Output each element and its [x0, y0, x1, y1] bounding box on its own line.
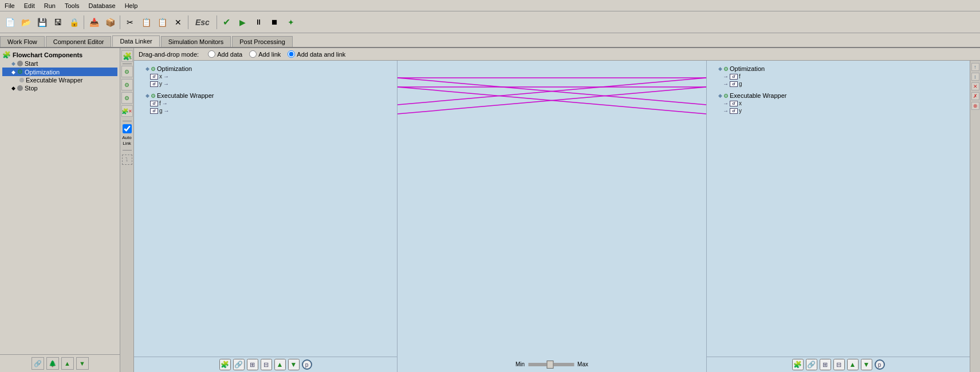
- right-strip: ↑ ↕ ✕ ✗ ⊗: [970, 61, 980, 372]
- export-button[interactable]: 📦: [103, 15, 117, 30]
- menu-file[interactable]: File: [0, 1, 19, 10]
- sidebar-item-optimization[interactable]: ◆ ⚙ Optimization: [2, 68, 117, 76]
- slider-thumb[interactable]: [546, 361, 553, 369]
- autolink-checkbox[interactable]: [123, 124, 132, 133]
- cut-button[interactable]: ✂: [123, 15, 137, 30]
- max-label: Max: [577, 361, 588, 367]
- check-button[interactable]: ✔: [219, 15, 234, 30]
- port-rg-name: g: [739, 81, 742, 87]
- tab-simulation-monitors[interactable]: Simulation Monitors: [161, 36, 231, 47]
- port-icon-f: d: [150, 101, 158, 106]
- radio-group: Add data Add link Add data and link: [208, 50, 345, 58]
- stop-dot: [17, 85, 23, 91]
- link-btn[interactable]: 🔗: [32, 357, 44, 370]
- tree-btn[interactable]: 🌲: [46, 357, 59, 370]
- right-down-btn[interactable]: ▼: [861, 359, 872, 370]
- tab-workflow[interactable]: Work Flow: [0, 36, 45, 47]
- up-btn[interactable]: ▲: [61, 357, 74, 370]
- left-down-btn[interactable]: ▼: [288, 359, 300, 370]
- lock-button[interactable]: 🔒: [66, 15, 81, 30]
- radio-add-data-input[interactable]: [208, 50, 215, 58]
- left-collapse-btn[interactable]: ⊟: [261, 359, 272, 370]
- new-button[interactable]: 📄: [2, 15, 17, 30]
- save-button[interactable]: 💾: [34, 15, 49, 30]
- datalinker-area: Drag-and-drop mode: Add data Add link Ad…: [134, 48, 980, 372]
- strip-add-btn[interactable]: 🧩 +: [121, 50, 133, 62]
- radio-add-data-label: Add data: [217, 51, 242, 58]
- menubar: File Edit Run Tools Database Help: [0, 0, 980, 11]
- left-expand-btn[interactable]: ⊞: [247, 359, 258, 370]
- left-opt-block: ◆ ⚙ Optimization d x → d y →: [145, 65, 192, 88]
- down-btn[interactable]: ▼: [76, 357, 89, 370]
- slider-track[interactable]: [528, 363, 574, 366]
- radio-add-link-input[interactable]: [249, 50, 257, 58]
- strip-btn4[interactable]: ⚙: [121, 92, 133, 104]
- right-up-btn[interactable]: ▲: [847, 359, 859, 370]
- right-port-f: → d f: [718, 73, 765, 80]
- tab-component-editor[interactable]: Component Editor: [46, 36, 112, 47]
- import-button[interactable]: 📥: [86, 15, 101, 30]
- exec-dot: [19, 78, 24, 82]
- saveas-button[interactable]: 🖫: [50, 15, 65, 30]
- left-opt-label: Optimization: [157, 65, 192, 72]
- rstrip-btn3[interactable]: ✕: [971, 82, 979, 90]
- tab-post-processing[interactable]: Post Processing: [232, 36, 292, 47]
- right-expand-btn[interactable]: ⊞: [820, 359, 831, 370]
- menu-run[interactable]: Run: [40, 1, 60, 10]
- menu-help[interactable]: Help: [120, 1, 143, 10]
- menu-database[interactable]: Database: [84, 1, 120, 10]
- sidebar-exec-label: Executable Wrapper: [26, 77, 82, 84]
- copy-button[interactable]: 📋: [139, 15, 154, 30]
- tab-data-linker[interactable]: Data Linker: [112, 35, 159, 47]
- left-up-btn[interactable]: ▲: [274, 359, 286, 370]
- right-p-btn[interactable]: p: [875, 359, 885, 370]
- connections-svg: [397, 61, 706, 372]
- right-collapse-btn[interactable]: ⊟: [833, 359, 845, 370]
- right-add-btn[interactable]: 🧩: [792, 359, 804, 370]
- sep3: [188, 15, 188, 29]
- plus-icon: +: [129, 56, 132, 61]
- rstrip-btn1[interactable]: ↑: [971, 63, 979, 71]
- menu-tools[interactable]: Tools: [60, 1, 84, 10]
- tabbar: Work Flow Component Editor Data Linker S…: [0, 33, 980, 48]
- radio-add-data-link-label: Add data and link: [297, 51, 345, 58]
- gear-icon-opt: ⚙: [17, 68, 23, 76]
- paste-button[interactable]: 📋: [155, 15, 170, 30]
- strip-btn3[interactable]: ⚙: [121, 79, 133, 90]
- delete-button[interactable]: ✕: [171, 15, 186, 30]
- right-opt-title: ◆ ⚙ Optimization: [718, 65, 765, 72]
- radio-add-data[interactable]: Add data: [208, 50, 242, 58]
- radio-add-link[interactable]: Add link: [249, 50, 281, 58]
- open-button[interactable]: 📂: [18, 15, 33, 30]
- menu-edit[interactable]: Edit: [19, 1, 40, 10]
- rstrip-btn4[interactable]: ✗: [971, 92, 979, 100]
- stop-button[interactable]: ⏹: [267, 15, 282, 30]
- radio-add-data-link-input[interactable]: [288, 50, 295, 58]
- left-opt-title: ◆ ⚙ Optimization: [145, 65, 192, 72]
- autolink-container: [123, 124, 132, 133]
- left-add-btn[interactable]: 🧩: [219, 359, 231, 370]
- sidebar-bottom: 🔗 🌲 ▲ ▼: [0, 354, 120, 372]
- sidebar-item-exec-wrapper[interactable]: Executable Wrapper: [2, 76, 117, 84]
- sidebar-item-start[interactable]: ◆ Start: [2, 60, 117, 68]
- sidebar-item-stop[interactable]: ◆ Stop: [2, 84, 117, 92]
- pin-icon-stop: ◆: [11, 85, 15, 91]
- autolink-label: AutoLink: [122, 135, 131, 146]
- pin-icon-right-exec: ◆: [718, 93, 722, 98]
- strip-btn2[interactable]: ⚙: [121, 66, 133, 77]
- right-link-btn[interactable]: 🔗: [806, 359, 817, 370]
- radio-add-data-link[interactable]: Add data and link: [288, 50, 345, 58]
- strip-remove-btn[interactable]: 🧩✕: [121, 105, 133, 117]
- plugin-button[interactable]: ✦: [284, 15, 298, 30]
- right-exec-label: Executable Wrapper: [730, 92, 786, 99]
- sidebar-opt-label: Optimization: [25, 69, 60, 76]
- left-panel-content: ◆ ⚙ Optimization d x → d y →: [134, 61, 397, 357]
- rstrip-btn2[interactable]: ↕: [971, 73, 979, 81]
- sep1: [84, 15, 84, 29]
- play-button[interactable]: ▶: [235, 15, 250, 30]
- mid-panel: Min Max: [397, 61, 706, 372]
- rstrip-btn5[interactable]: ⊗: [971, 102, 979, 110]
- pause-button[interactable]: ⏸: [251, 15, 266, 30]
- left-link-btn[interactable]: 🔗: [233, 359, 245, 370]
- left-p-btn[interactable]: p: [302, 359, 312, 370]
